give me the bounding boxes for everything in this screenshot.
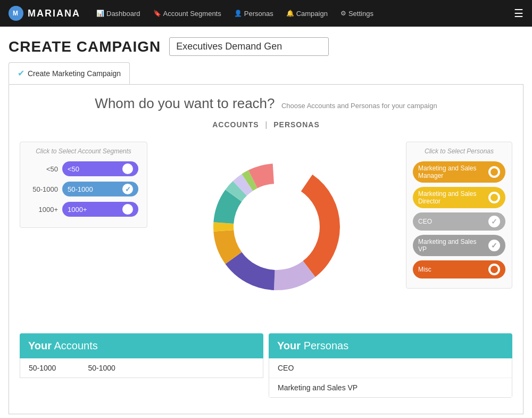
accounts-panel-title: Click to Select Account Segments xyxy=(29,147,138,155)
your-personas-header: Your Personas xyxy=(269,333,512,358)
persona-circle-misc xyxy=(488,264,500,275)
tabs: ✔ Create Marketing Campaign xyxy=(9,62,523,85)
dashboard-icon: 📊 xyxy=(96,10,104,17)
whom-subtitle: Choose Accounts and Personas for your ca… xyxy=(281,102,437,110)
logo: M MARIANA xyxy=(9,6,80,21)
your-accounts-header: Your Accounts xyxy=(20,333,263,358)
toggle-text-1000plus: 1000+ xyxy=(68,206,87,214)
logo-icon: M xyxy=(9,6,23,21)
persona-circle-msvp: ✓ xyxy=(488,240,500,251)
chart-area: Click to Select Account Segments <50 <50… xyxy=(20,131,512,323)
accounts-item-col2: 50-1000 xyxy=(88,364,115,372)
toggle-text-50-1000: 50-1000 xyxy=(68,185,93,193)
accounts-panel: Click to Select Account Segments <50 <50… xyxy=(20,142,147,228)
your-accounts-card: Your Accounts 50-1000 50-1000 xyxy=(20,333,263,398)
campaign-name-input[interactable] xyxy=(169,37,329,56)
persona-row-msm[interactable]: Marketing and Sales Manager xyxy=(413,161,505,183)
persona-text-msvp: Marketing and Sales VP xyxy=(418,238,485,253)
persona-row-ceo[interactable]: CEO ✓ xyxy=(413,212,505,231)
your-accounts-title: Your Accounts xyxy=(28,340,98,352)
your-accounts-item-0: 50-1000 50-1000 xyxy=(20,358,263,378)
nav-dashboard[interactable]: 📊 Dashboard xyxy=(91,6,146,21)
segment-row-50-1000: 50-1000 50-1000 ✓ xyxy=(29,182,138,196)
accounts-label: ACCOUNTS xyxy=(212,120,259,129)
hamburger-menu[interactable]: ☰ xyxy=(514,7,523,20)
nav-campaign[interactable]: 🔔 Campaign xyxy=(281,6,333,21)
checkmark-ceo: ✓ xyxy=(491,217,497,226)
settings-icon: ⚙ xyxy=(340,10,346,17)
whom-title: Whom do you want to reach? xyxy=(95,95,275,111)
your-personas-item-0: CEO xyxy=(269,358,512,378)
persona-text-misc: Misc xyxy=(418,266,485,273)
your-personas-body: CEO Marketing and Sales VP xyxy=(269,358,512,398)
personas-label: PERSONAS xyxy=(273,120,320,129)
segment-toggle-lt50[interactable]: <50 xyxy=(62,161,138,176)
persona-text-msd: Marketing and Sales Director xyxy=(418,190,485,205)
nav-settings[interactable]: ⚙ Settings xyxy=(335,6,379,21)
svg-point-10 xyxy=(234,184,319,269)
persona-row-msd[interactable]: Marketing and Sales Director xyxy=(413,187,505,208)
your-personas-item-1: Marketing and Sales VP xyxy=(269,378,512,397)
circle-dot-1000plus xyxy=(123,205,132,214)
navbar: M MARIANA 📊 Dashboard 🔖 Account Segments… xyxy=(0,0,532,27)
personas-item-ceo: CEO xyxy=(278,364,294,372)
logo-text: MARIANA xyxy=(28,8,80,19)
segment-toggle-1000plus[interactable]: 1000+ xyxy=(62,202,138,217)
persona-circle-msm xyxy=(488,166,500,178)
persona-text-msm: Marketing and Sales Manager xyxy=(418,165,485,179)
page-title: CREATE CAMPAIGN xyxy=(9,38,161,55)
tab-create-marketing[interactable]: ✔ Create Marketing Campaign xyxy=(9,62,130,84)
bottom-cards: Your Accounts 50-1000 50-1000 Your Perso… xyxy=(20,333,512,403)
circle-dot-lt50 xyxy=(123,165,132,173)
persona-row-msvp[interactable]: Marketing and Sales VP ✓ xyxy=(413,235,505,256)
segment-label-lt50: <50 xyxy=(29,165,58,173)
personas-item-msvp: Marketing and Sales VP xyxy=(278,383,358,392)
persona-circle-ceo: ✓ xyxy=(488,216,500,227)
persona-dot-msm xyxy=(491,168,498,176)
main-content: CREATE CAMPAIGN ✔ Create Marketing Campa… xyxy=(0,27,532,418)
your-personas-title: Your Personas xyxy=(277,340,348,352)
nav-personas[interactable]: 👤 Personas xyxy=(229,6,279,21)
nav-links: 📊 Dashboard 🔖 Account Segments 👤 Persona… xyxy=(91,6,503,21)
your-personas-card: Your Personas CEO Marketing and Sales VP xyxy=(269,333,512,398)
your-accounts-your: Your xyxy=(28,340,52,351)
persona-text-ceo: CEO xyxy=(418,218,485,225)
checkmark-msvp: ✓ xyxy=(491,241,497,250)
chart-labels: ACCOUNTS | PERSONAS xyxy=(20,120,512,129)
persona-dot-misc xyxy=(491,266,498,273)
your-personas-your: Your xyxy=(277,340,301,351)
segment-label-50-1000: 50-1000 xyxy=(29,185,58,193)
toggle-circle-1000plus xyxy=(122,204,133,215)
account-segments-icon: 🔖 xyxy=(153,10,161,17)
tab-check-icon: ✔ xyxy=(18,68,24,78)
segment-label-1000plus: 1000+ xyxy=(29,206,58,214)
toggle-circle-50-1000: ✓ xyxy=(122,184,133,194)
toggle-text-lt50: <50 xyxy=(68,165,79,173)
donut-chart xyxy=(147,131,406,323)
chart-separator: | xyxy=(265,120,268,129)
personas-icon: 👤 xyxy=(234,10,242,17)
nav-account-segments[interactable]: 🔖 Account Segments xyxy=(148,6,227,21)
campaign-section: Whom do you want to reach? Choose Accoun… xyxy=(9,85,523,414)
persona-dot-msd xyxy=(491,194,498,201)
persona-row-misc[interactable]: Misc xyxy=(413,260,505,278)
tab-label: Create Marketing Campaign xyxy=(28,69,121,78)
segment-row-1000plus: 1000+ 1000+ xyxy=(29,202,138,217)
segment-row-lt50: <50 <50 xyxy=(29,161,138,176)
your-accounts-body: 50-1000 50-1000 xyxy=(20,358,263,378)
campaign-icon: 🔔 xyxy=(286,10,294,17)
segment-toggle-50-1000[interactable]: 50-1000 ✓ xyxy=(62,182,138,196)
toggle-circle-lt50 xyxy=(122,163,133,174)
create-campaign-header: CREATE CAMPAIGN xyxy=(9,37,523,56)
personas-panel-title: Click to Select Personas xyxy=(413,147,505,155)
checkmark-50-1000: ✓ xyxy=(125,185,131,193)
persona-circle-msd xyxy=(488,192,500,203)
accounts-item-col1: 50-1000 xyxy=(29,364,56,372)
whom-header: Whom do you want to reach? Choose Accoun… xyxy=(20,95,512,112)
personas-panel: Click to Select Personas Marketing and S… xyxy=(406,142,512,289)
